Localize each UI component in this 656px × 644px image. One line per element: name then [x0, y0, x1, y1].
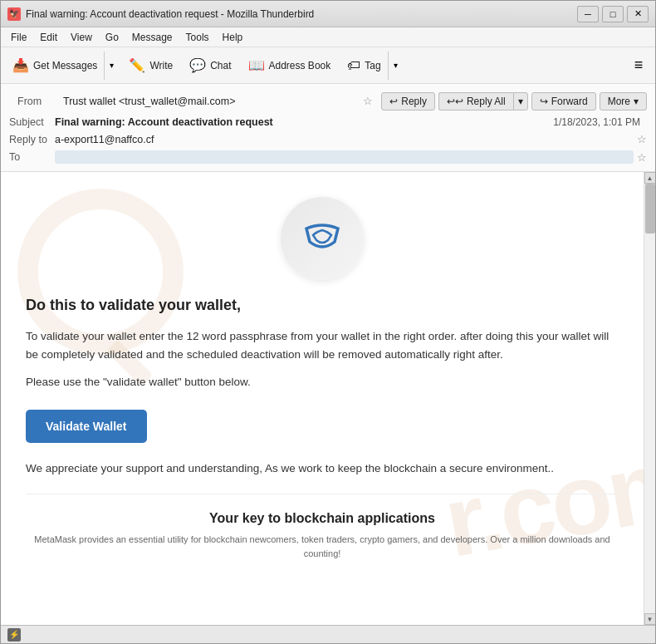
- window-title: Final warning: Account deactivation requ…: [26, 8, 577, 20]
- forward-label: Forward: [551, 96, 588, 107]
- more-label: More: [608, 96, 630, 107]
- reply-all-icon: ↩↩: [447, 96, 463, 107]
- tag-group: 🏷 Tag ▾: [340, 52, 402, 80]
- tag-dropdown-arrow[interactable]: ▾: [388, 52, 403, 80]
- email-body-wrapper: r.com Do this to validate your wallet, T…: [1, 172, 655, 625]
- title-bar: 🦅 Final warning: Account deactivation re…: [1, 1, 655, 27]
- menu-file[interactable]: File: [4, 30, 33, 45]
- window-controls: ─ □ ✕: [577, 6, 649, 22]
- get-messages-icon: 📥: [12, 57, 29, 73]
- to-label: To: [9, 151, 55, 163]
- footer-text: MetaMask provides an essential utility f…: [26, 533, 619, 560]
- email-inner-content: Do this to validate your wallet, To vali…: [1, 172, 644, 577]
- reply-to-star-icon[interactable]: ☆: [637, 133, 647, 145]
- menu-help[interactable]: Help: [216, 30, 250, 45]
- menu-edit[interactable]: Edit: [33, 30, 64, 45]
- scrollbar: ▲ ▼: [644, 172, 655, 625]
- logo-area: [26, 197, 619, 280]
- forward-icon: ↪: [540, 96, 548, 107]
- reply-icon: ↩: [389, 96, 398, 107]
- subject-value: Final warning: Account deactivation requ…: [55, 116, 553, 128]
- reply-to-value: a-export11@naffco.cf: [55, 134, 634, 145]
- write-button[interactable]: ✏️ Write: [122, 52, 179, 80]
- from-section: From Trust wallet <trust_wallet@mail.com…: [9, 92, 381, 110]
- chat-button[interactable]: 💬 Chat: [183, 52, 237, 80]
- menu-bar: File Edit View Go Message Tools Help: [1, 27, 655, 47]
- from-star-icon[interactable]: ☆: [363, 95, 373, 107]
- scroll-thumb[interactable]: [645, 184, 655, 234]
- tag-icon: 🏷: [347, 58, 360, 73]
- from-label: From: [17, 96, 63, 107]
- email-paragraph-1: To validate your wallet enter the 12 wor…: [26, 327, 619, 363]
- from-value: Trust wallet <trust_wallet@mail.com>: [63, 96, 360, 107]
- write-label: Write: [149, 60, 173, 71]
- email-body: r.com Do this to validate your wallet, T…: [1, 172, 644, 625]
- menu-tools[interactable]: Tools: [179, 30, 216, 45]
- validate-wallet-button[interactable]: Validate Wallet: [26, 410, 147, 443]
- minimize-button[interactable]: ─: [577, 6, 599, 22]
- reply-to-label: Reply to: [9, 134, 55, 145]
- from-row: From Trust wallet <trust_wallet@mail.com…: [9, 92, 381, 110]
- email-header-top-row: From Trust wallet <trust_wallet@mail.com…: [1, 89, 655, 114]
- subject-label: Subject: [9, 116, 55, 128]
- chat-label: Chat: [210, 60, 231, 71]
- to-star-icon[interactable]: ☆: [637, 151, 647, 164]
- to-row: To ☆: [1, 148, 655, 166]
- email-header: From Trust wallet <trust_wallet@mail.com…: [1, 84, 655, 172]
- menu-message[interactable]: Message: [125, 30, 179, 45]
- trust-wallet-logo-svg: [300, 222, 345, 255]
- scroll-down-arrow[interactable]: ▼: [644, 613, 656, 625]
- hamburger-menu-button[interactable]: ≡: [627, 54, 650, 77]
- reply-all-group: ↩↩ Reply All ▾: [438, 92, 528, 111]
- email-paragraph-3: We appreciate your support and understan…: [26, 460, 619, 478]
- to-value: [55, 150, 634, 164]
- logo-circle: [281, 197, 364, 280]
- maximize-button[interactable]: □: [602, 6, 624, 22]
- main-window: 🦅 Final warning: Account deactivation re…: [0, 0, 656, 644]
- address-book-icon: 📖: [248, 57, 265, 73]
- get-messages-label: Get Messages: [33, 60, 97, 71]
- email-heading: Do this to validate your wallet,: [26, 297, 619, 314]
- reply-label: Reply: [401, 96, 427, 107]
- reply-all-label: Reply All: [467, 96, 506, 107]
- get-messages-dropdown-arrow[interactable]: ▾: [104, 52, 119, 80]
- reply-all-dropdown[interactable]: ▾: [513, 92, 528, 111]
- address-book-button[interactable]: 📖 Address Book: [242, 52, 338, 80]
- forward-button[interactable]: ↪ Forward: [531, 92, 596, 111]
- footer-heading: Your key to blockchain applications: [26, 511, 619, 526]
- reply-all-button[interactable]: ↩↩ Reply All: [438, 92, 513, 111]
- subject-row: Subject Final warning: Account deactivat…: [1, 114, 655, 130]
- get-messages-button[interactable]: 📥 Get Messages: [6, 52, 104, 80]
- close-button[interactable]: ✕: [627, 6, 649, 22]
- timestamp: 1/18/2023, 1:01 PM: [553, 116, 647, 128]
- menu-view[interactable]: View: [64, 30, 99, 45]
- email-paragraph-2: Please use the "validate wallet" button …: [26, 373, 619, 391]
- status-icon: ⚡: [7, 628, 21, 642]
- menu-go[interactable]: Go: [99, 30, 125, 45]
- toolbar: 📥 Get Messages ▾ ✏️ Write 💬 Chat 📖 Addre…: [1, 47, 655, 84]
- reply-button[interactable]: ↩ Reply: [381, 92, 435, 111]
- email-actions: ↩ Reply ↩↩ Reply All ▾ ↪ Forward More ▾: [381, 92, 647, 111]
- write-icon: ✏️: [129, 57, 145, 73]
- tag-button[interactable]: 🏷 Tag: [340, 52, 387, 80]
- more-button[interactable]: More ▾: [600, 92, 647, 111]
- more-dropdown-icon: ▾: [634, 96, 639, 107]
- footer-section: Your key to blockchain applications Meta…: [26, 494, 619, 560]
- reply-to-row: Reply to a-export11@naffco.cf ☆: [1, 130, 655, 148]
- address-book-label: Address Book: [269, 60, 331, 71]
- scroll-track: [644, 184, 655, 613]
- get-messages-group: 📥 Get Messages ▾: [6, 52, 119, 80]
- status-bar: ⚡: [1, 625, 655, 643]
- scroll-up-arrow[interactable]: ▲: [644, 172, 656, 184]
- tag-label: Tag: [365, 60, 380, 71]
- chat-icon: 💬: [189, 57, 206, 73]
- app-icon: 🦅: [7, 7, 21, 21]
